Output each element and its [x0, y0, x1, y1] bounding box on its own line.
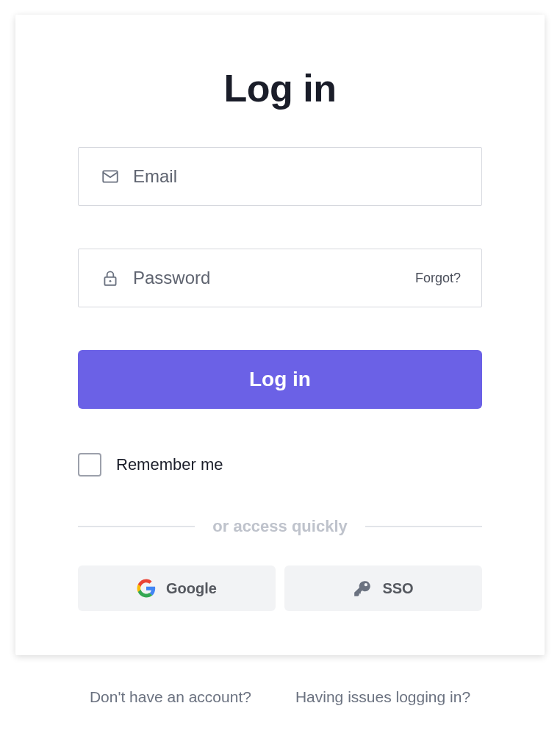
password-field[interactable]: Forgot?	[78, 249, 482, 307]
social-login-row: Google SSO	[78, 565, 482, 611]
remember-me-checkbox[interactable]	[78, 453, 101, 477]
page-title: Log in	[224, 66, 337, 110]
remember-me-wrap: Remember me	[78, 453, 482, 477]
password-field-wrap: Forgot?	[78, 249, 482, 307]
mail-icon	[101, 167, 120, 186]
email-field-wrap	[78, 147, 482, 206]
login-issues-link[interactable]: Having issues logging in?	[295, 688, 470, 706]
google-icon	[137, 579, 156, 598]
login-button[interactable]: Log in	[78, 350, 482, 409]
email-field[interactable]	[78, 147, 482, 206]
divider-line-left	[78, 526, 195, 527]
social-divider: or access quickly	[78, 517, 482, 536]
signup-link[interactable]: Don't have an account?	[90, 688, 251, 706]
login-card: Log in Forgot? Log in Remember me or acc…	[15, 15, 545, 655]
sso-login-button[interactable]: SSO	[284, 565, 482, 611]
remember-me-label: Remember me	[116, 455, 223, 474]
divider-text: or access quickly	[212, 517, 347, 536]
svg-point-2	[110, 280, 112, 282]
forgot-password-link[interactable]: Forgot?	[415, 271, 461, 286]
sso-button-label: SSO	[382, 580, 413, 597]
key-icon	[353, 579, 372, 598]
divider-line-right	[365, 526, 482, 527]
google-login-button[interactable]: Google	[78, 565, 276, 611]
password-input[interactable]	[133, 268, 459, 288]
lock-icon	[101, 268, 120, 288]
email-input[interactable]	[133, 166, 459, 187]
footer-links: Don't have an account? Having issues log…	[90, 688, 470, 706]
google-button-label: Google	[166, 580, 217, 597]
